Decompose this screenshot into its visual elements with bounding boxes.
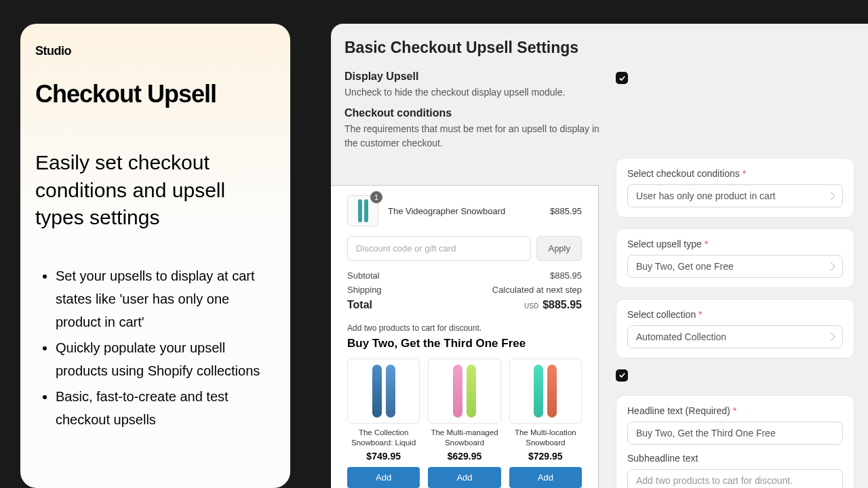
total-label: Total [347, 299, 372, 311]
settings-column: Select checkout conditions * User has on… [616, 158, 854, 488]
cart-thumb: 1 [347, 195, 378, 226]
discount-input[interactable] [347, 236, 531, 261]
brand-logo: Studio [35, 44, 275, 58]
product-name: The Multi-location Snowboard [509, 428, 582, 448]
promo-title: Checkout Upsell [35, 80, 275, 108]
add-button[interactable]: Add [428, 467, 500, 488]
collection-card: Select collection * Automated Collection [616, 299, 854, 359]
headline-label: Headline text (Required) * [627, 405, 843, 416]
product-image [428, 359, 500, 424]
headline-input[interactable] [627, 422, 843, 445]
cart-item-name: The Videographer Snowboard [388, 206, 540, 216]
promo-bullet: Set your upsells to display at cart stat… [56, 264, 275, 333]
secondary-checkbox[interactable] [616, 369, 628, 382]
product-name: The Collection Snowboard: Liquid [347, 428, 420, 448]
subtotal-value: $885.95 [550, 270, 582, 281]
total-value: $885.95 [542, 299, 582, 310]
upsell-heading: Buy Two, Get the Third One Free [347, 337, 582, 350]
collection-select[interactable]: Automated Collection [627, 325, 843, 348]
page-title: Basic Checkout Upsell Settings [344, 39, 854, 57]
cart-item-price: $885.95 [550, 206, 582, 216]
admin-panel: Basic Checkout Upsell Settings Display U… [331, 24, 868, 488]
conditions-label: Checkout conditions [344, 107, 601, 119]
upsell-product: The Collection Snowboard: Liquid $749.95… [347, 359, 420, 488]
shipping-value: Calculated at next step [492, 285, 582, 295]
checkout-preview: 1 The Videographer Snowboard $885.95 App… [331, 185, 599, 488]
promo-bullet: Quickly populate your upsell products us… [56, 336, 275, 382]
product-price: $729.95 [509, 451, 582, 462]
product-price: $749.95 [347, 451, 420, 462]
promo-bullets: Set your upsells to display at cart stat… [35, 264, 275, 431]
product-price: $629.95 [428, 451, 500, 462]
product-image [509, 359, 582, 424]
check-icon [618, 371, 626, 379]
collection-label: Select collection * [627, 309, 843, 320]
check-icon [618, 75, 626, 82]
product-image [347, 359, 420, 424]
subtotal-label: Subtotal [347, 270, 380, 281]
subheadline-label: Subheadline text [627, 453, 843, 464]
upsell-type-label: Select upsell type * [627, 239, 843, 249]
shipping-label: Shipping [347, 285, 382, 295]
headline-card: Headline text (Required) * Subheadline t… [616, 395, 854, 488]
promo-tagline: Easily set checkout conditions and upsel… [35, 149, 275, 232]
add-button[interactable]: Add [347, 467, 420, 488]
currency-label: USD [524, 302, 538, 310]
cart-item: 1 The Videographer Snowboard $885.95 [347, 195, 582, 226]
upsell-tip: Add two products to cart for discount. [347, 323, 582, 333]
conditions-field-label: Select checkout conditions * [627, 168, 843, 179]
upsell-type-select[interactable]: Buy Two, Get one Free [627, 255, 843, 278]
upsell-type-card: Select upsell type * Buy Two, Get one Fr… [616, 228, 854, 288]
upsell-product: The Multi-managed Snowboard $629.95 Add [428, 359, 500, 488]
upsell-products: The Collection Snowboard: Liquid $749.95… [347, 359, 582, 488]
promo-bullet: Basic, fast-to-create and test checkout … [56, 385, 275, 431]
subheadline-input[interactable] [627, 469, 843, 488]
display-upsell-help: Uncheck to hide the checkout display ups… [344, 85, 601, 99]
product-name: The Multi-managed Snowboard [428, 428, 500, 448]
add-button[interactable]: Add [509, 467, 582, 488]
upsell-product: The Multi-location Snowboard $729.95 Add [509, 359, 582, 488]
display-upsell-label: Display Upsell [344, 70, 601, 83]
conditions-help: The requirements that must be met for an… [344, 122, 601, 150]
apply-button[interactable]: Apply [536, 236, 582, 261]
cart-qty-badge: 1 [370, 191, 382, 203]
display-upsell-checkbox[interactable] [616, 72, 628, 84]
conditions-card: Select checkout conditions * User has on… [616, 158, 854, 218]
promo-panel: Studio Checkout Upsell Easily set checko… [20, 24, 290, 488]
conditions-select[interactable]: User has only one product in cart [627, 184, 843, 207]
